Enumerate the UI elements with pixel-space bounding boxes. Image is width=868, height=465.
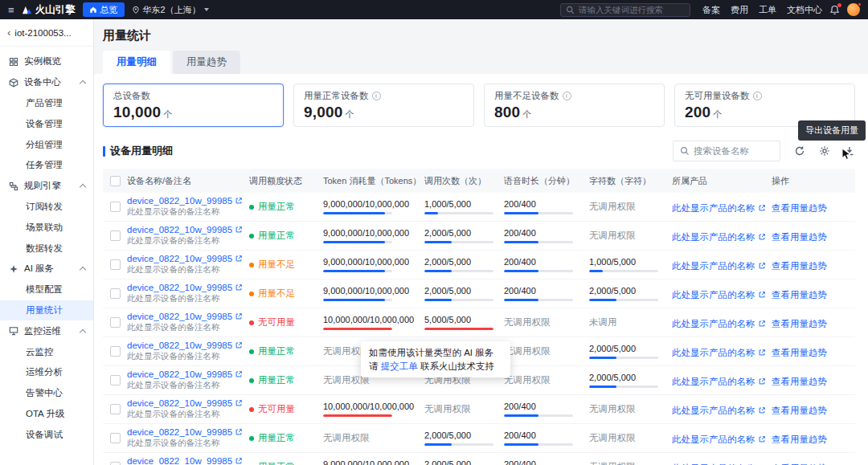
view-usage-trend-link[interactable]: 查看用量趋势 bbox=[772, 261, 827, 271]
sidebar-item-monitoring-ops[interactable]: 监控运维 bbox=[0, 320, 93, 341]
sidebar-item-device-management[interactable]: 设备管理 bbox=[0, 113, 93, 134]
info-icon[interactable]: i bbox=[753, 92, 762, 100]
device-name: device_0822_10w_99985 bbox=[127, 369, 232, 379]
usage-value: 200/400 bbox=[504, 459, 583, 465]
view-usage-trend-link[interactable]: 查看用量趋势 bbox=[772, 232, 827, 242]
row-checkbox[interactable] bbox=[110, 346, 121, 357]
info-icon[interactable]: i bbox=[372, 92, 381, 100]
product-link[interactable]: 此处显示产品的名称 bbox=[672, 463, 766, 465]
sidebar-item-model-config[interactable]: 模型配置 bbox=[0, 279, 93, 300]
sidebar-item-cloud-monitor[interactable]: 云监控 bbox=[0, 341, 93, 362]
product-link[interactable]: 此处显示产品的名称 bbox=[672, 434, 766, 446]
product-link[interactable]: 此处显示产品的名称 bbox=[672, 405, 766, 417]
product-link[interactable]: 此处显示产品的名称 bbox=[672, 289, 766, 301]
table-row: device_0822_10w_99985此处显示设备的备注名称无可用量10,0… bbox=[103, 308, 855, 337]
row-checkbox[interactable] bbox=[110, 462, 121, 465]
info-icon[interactable]: i bbox=[563, 92, 571, 100]
device-name-link[interactable]: device_0822_10w_99985 bbox=[127, 369, 243, 379]
device-name-link[interactable]: device_0822_10w_99985 bbox=[127, 312, 243, 321]
device-name-link[interactable]: device_0822_10w_99985 bbox=[127, 225, 243, 235]
topbar-link-ticket[interactable]: 工单 bbox=[759, 4, 776, 16]
sidebar-item-data-forwarding[interactable]: 数据转发 bbox=[0, 238, 93, 259]
device-name-link[interactable]: device_0822_10w_99985 bbox=[127, 341, 243, 350]
sidebar-item-instance-overview[interactable]: 实例概览 bbox=[0, 51, 93, 72]
row-checkbox[interactable] bbox=[110, 375, 121, 385]
sidebar-item-alarm-center[interactable]: 告警中心 bbox=[0, 383, 93, 404]
column-header: Token 消耗量（Tokens） bbox=[323, 175, 424, 187]
refresh-button[interactable] bbox=[794, 145, 805, 157]
usage-value: 2,000/5,000 bbox=[424, 257, 497, 267]
view-usage-trend-link[interactable]: 查看用量趋势 bbox=[772, 319, 827, 328]
stat-card-normal-usage-devices[interactable]: 用量正常设备数i9,000个 bbox=[293, 84, 474, 127]
topbar-links: 备案费用工单文档中心 bbox=[702, 4, 822, 16]
row-checkbox[interactable] bbox=[110, 202, 121, 212]
sidebar-item-ai-service[interactable]: AI 服务 bbox=[0, 259, 93, 279]
product-name: 此处显示产品的名称 bbox=[672, 289, 755, 301]
external-link-icon bbox=[235, 457, 243, 465]
row-checkbox[interactable] bbox=[110, 317, 121, 328]
stat-card-label: 用量不足设备数 bbox=[494, 90, 559, 102]
sidebar-item-product-management[interactable]: 产品管理 bbox=[0, 93, 93, 114]
nav-overview[interactable]: 总览 bbox=[83, 2, 125, 17]
stat-card-total-devices[interactable]: 总设备数10,000个 bbox=[103, 84, 284, 127]
submit-ticket-link[interactable]: 提交工单 bbox=[381, 361, 418, 371]
device-name-link[interactable]: device_0822_10w_99985 bbox=[127, 456, 243, 465]
instance-switcher[interactable]: ‹ iot-2100053... bbox=[0, 19, 93, 47]
sidebar-item-scene-linkage[interactable]: 场景联动 bbox=[0, 217, 93, 238]
product-name: 此处显示产品的名称 bbox=[672, 231, 755, 243]
product-link[interactable]: 此处显示产品的名称 bbox=[672, 318, 766, 330]
device-name-link[interactable]: device_0822_10w_99985 bbox=[127, 283, 243, 292]
device-name-link[interactable]: device_0822_10w_99985 bbox=[127, 398, 243, 408]
usage-bar bbox=[504, 299, 573, 301]
menu-icon[interactable]: ≡ bbox=[8, 5, 14, 15]
sidebar-item-task-management[interactable]: 任务管理 bbox=[0, 155, 93, 176]
region-selector[interactable]: 华东2（上海） bbox=[132, 4, 209, 16]
device-name-link[interactable]: device_0822_10w_99985 bbox=[127, 196, 243, 206]
logo[interactable]: 火山引擎 bbox=[22, 3, 76, 17]
back-chevron-icon[interactable]: ‹ bbox=[7, 27, 10, 38]
notification-bell[interactable] bbox=[829, 5, 840, 15]
tab-usage-detail[interactable]: 用量明细 bbox=[103, 51, 170, 74]
sidebar-item-group-management[interactable]: 分组管理 bbox=[0, 134, 93, 155]
usage-note: 无调用权限 bbox=[424, 403, 497, 415]
tab-usage-trend[interactable]: 用量趋势 bbox=[173, 51, 240, 74]
topbar-link-filing[interactable]: 备案 bbox=[702, 4, 720, 16]
product-link[interactable]: 此处显示产品的名称 bbox=[672, 260, 766, 272]
sidebar-item-device-center[interactable]: 设备中心 bbox=[0, 72, 93, 93]
topbar-link-docs[interactable]: 文档中心 bbox=[787, 4, 822, 16]
sidebar-item-subscription-forwarding[interactable]: 订阅转发 bbox=[0, 197, 93, 218]
select-all-checkbox[interactable] bbox=[110, 176, 121, 186]
global-search-input[interactable] bbox=[579, 5, 685, 14]
view-usage-trend-link[interactable]: 查看用量趋势 bbox=[772, 203, 827, 213]
device-name-link[interactable]: device_0822_10w_99985 bbox=[127, 254, 243, 263]
row-checkbox[interactable] bbox=[110, 230, 121, 241]
product-link[interactable]: 此处显示产品的名称 bbox=[672, 376, 766, 388]
avatar[interactable] bbox=[847, 3, 860, 16]
row-checkbox[interactable] bbox=[110, 288, 121, 299]
sidebar-item-device-debug[interactable]: 设备调试 bbox=[0, 424, 93, 445]
device-search-input[interactable] bbox=[694, 146, 773, 156]
settings-button[interactable] bbox=[819, 145, 830, 157]
row-checkbox[interactable] bbox=[110, 259, 121, 270]
product-link[interactable]: 此处显示产品的名称 bbox=[672, 202, 766, 214]
product-link[interactable]: 此处显示产品的名称 bbox=[672, 347, 766, 359]
view-usage-trend-link[interactable]: 查看用量趋势 bbox=[772, 406, 827, 415]
status-badge: 无可用量 bbox=[249, 403, 317, 415]
stat-card-value: 10,000 bbox=[113, 104, 161, 120]
sidebar-item-rules-engine[interactable]: 规则引擎 bbox=[0, 176, 93, 197]
view-usage-trend-link[interactable]: 查看用量趋势 bbox=[772, 290, 827, 300]
view-usage-trend-link[interactable]: 查看用量趋势 bbox=[772, 434, 827, 444]
sidebar-item-ops-analysis[interactable]: 运维分析 bbox=[0, 362, 93, 383]
sidebar-item-ota-upgrade[interactable]: OTA 升级 bbox=[0, 404, 93, 425]
view-usage-trend-link[interactable]: 查看用量趋势 bbox=[772, 348, 827, 357]
view-usage-trend-link[interactable]: 查看用量趋势 bbox=[772, 377, 827, 386]
usage-value: 2,000/5,000 bbox=[589, 373, 665, 382]
sidebar-item-usage-statistics[interactable]: 用量统计 bbox=[0, 300, 93, 321]
stat-card-low-usage-devices[interactable]: 用量不足设备数i800个 bbox=[484, 84, 665, 127]
row-checkbox[interactable] bbox=[110, 404, 121, 414]
device-name-link[interactable]: device_0822_10w_99985 bbox=[127, 427, 243, 437]
topbar-link-billing[interactable]: 费用 bbox=[731, 4, 748, 16]
column-header: 调用额度状态 bbox=[249, 175, 323, 187]
row-checkbox[interactable] bbox=[110, 433, 121, 443]
product-link[interactable]: 此处显示产品的名称 bbox=[672, 231, 766, 243]
